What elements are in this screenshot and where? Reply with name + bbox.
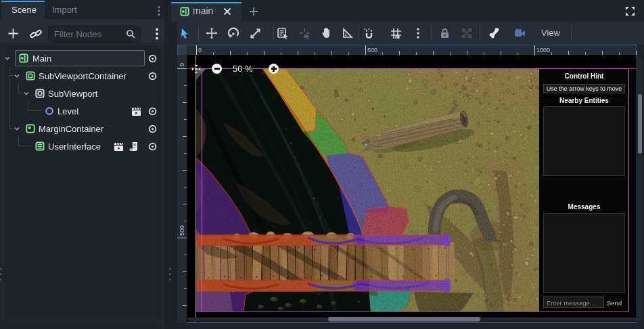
svg-text:0: 0 — [198, 47, 202, 53]
svg-text:500: 500 — [367, 47, 377, 53]
svg-text:1000: 1000 — [536, 47, 550, 53]
svg-text:50 %: 50 % — [233, 64, 253, 74]
svg-text:500: 500 — [179, 225, 185, 236]
svg-text:0: 0 — [179, 63, 185, 66]
